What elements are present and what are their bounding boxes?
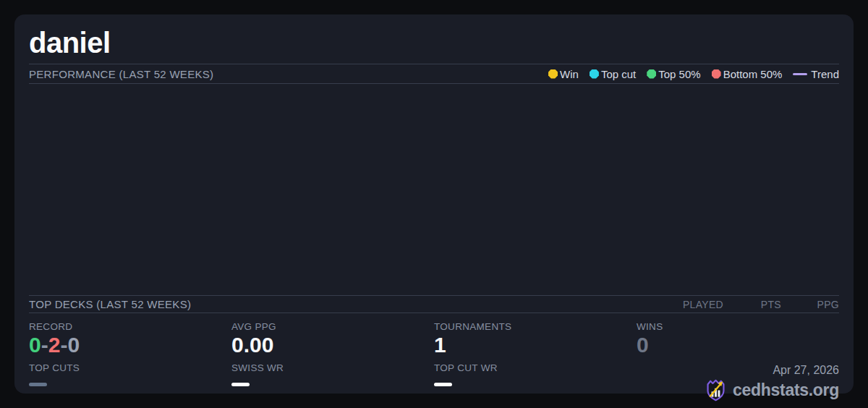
performance-section-header: PERFORMANCE (LAST 52 WEEKS) Win Top cut …: [29, 64, 839, 84]
stat-label: AVG PPG: [231, 321, 434, 332]
cedhstats-shield-logo-icon: [705, 378, 727, 402]
legend-label: Win: [560, 68, 579, 80]
record-draws: 0: [67, 333, 80, 357]
legend-item-top-cut[interactable]: Top cut: [590, 68, 636, 80]
legend-label: Trend: [811, 68, 839, 80]
record-losses: 2: [48, 333, 61, 357]
trend-line-icon: [793, 73, 807, 75]
brand-link[interactable]: cedhstats.org: [637, 378, 839, 402]
swiss-wr-empty-dash: [231, 383, 250, 386]
top-cut-wr-empty-dash: [434, 383, 452, 386]
record-value: 0-2-0: [29, 333, 231, 357]
stat-tournaments: TOURNAMENTS 1: [434, 321, 637, 357]
legend-label: Top cut: [601, 68, 636, 80]
record-separator: -: [60, 333, 67, 357]
win-marker-icon: [548, 69, 558, 79]
bottom-50-marker-icon: [712, 69, 721, 79]
legend-item-trend[interactable]: Trend: [793, 68, 839, 80]
stat-column-ppg: AVG PPG 0.00 SWISS WR: [231, 321, 434, 402]
footer: Apr 27, 2026 cedhstats.org: [637, 364, 839, 402]
stat-label: TOURNAMENTS: [434, 321, 637, 332]
legend-label: Top 50%: [658, 68, 700, 80]
column-header-played: PLAYED: [665, 299, 723, 310]
stat-column-tournaments: TOURNAMENTS 1 TOP CUT WR: [434, 321, 637, 402]
tournaments-value: 1: [434, 333, 637, 357]
date-label: Apr 27, 2026: [637, 364, 839, 377]
performance-chart: [29, 84, 839, 295]
avg-ppg-value: 0.00: [231, 333, 434, 357]
stat-label: SWISS WR: [231, 362, 434, 373]
player-stats-card: daniel PERFORMANCE (LAST 52 WEEKS) Win T…: [14, 14, 854, 394]
page-background: daniel PERFORMANCE (LAST 52 WEEKS) Win T…: [0, 0, 868, 408]
brand-name: cedhstats.org: [733, 381, 839, 400]
record-separator: -: [41, 333, 48, 357]
wins-value: 0: [637, 333, 839, 357]
legend-item-bottom-50[interactable]: Bottom 50%: [712, 68, 783, 80]
stat-column-record: RECORD 0-2-0 TOP CUTS: [29, 321, 231, 402]
stat-wins: WINS 0: [637, 321, 839, 357]
stat-label: WINS: [637, 321, 839, 332]
stat-swiss-wr: SWISS WR: [231, 362, 434, 386]
top-decks-title: TOP DECKS (LAST 52 WEEKS): [29, 298, 191, 310]
column-header-pts: PTS: [723, 299, 781, 310]
top-50-marker-icon: [647, 69, 656, 79]
top-cuts-empty-dash: [29, 383, 47, 386]
stat-record: RECORD 0-2-0: [29, 321, 231, 357]
summary-stats-grid: RECORD 0-2-0 TOP CUTS AVG PPG 0.00 SWISS…: [29, 313, 839, 402]
column-header-ppg: PPG: [781, 299, 839, 310]
stat-label: TOP CUTS: [29, 362, 231, 373]
chart-legend: Win Top cut Top 50% Bottom 50% Trend: [548, 68, 839, 80]
stat-top-cut-wr: TOP CUT WR: [434, 362, 637, 386]
stat-label: TOP CUT WR: [434, 362, 637, 373]
player-name: daniel: [29, 14, 839, 64]
top-cut-marker-icon: [590, 69, 599, 79]
top-decks-column-headers: PLAYED PTS PPG: [665, 299, 839, 310]
legend-item-win[interactable]: Win: [548, 68, 579, 80]
stat-top-cuts: TOP CUTS: [29, 362, 231, 386]
legend-label: Bottom 50%: [723, 68, 783, 80]
legend-item-top-50[interactable]: Top 50%: [647, 68, 700, 80]
performance-title: PERFORMANCE (LAST 52 WEEKS): [29, 68, 213, 80]
stat-label: RECORD: [29, 321, 231, 332]
top-decks-section-header: TOP DECKS (LAST 52 WEEKS) PLAYED PTS PPG: [29, 295, 839, 313]
stat-column-wins: WINS 0 Apr 27, 2026 ced: [637, 321, 839, 402]
record-wins: 0: [29, 333, 41, 357]
stat-avg-ppg: AVG PPG 0.00: [231, 321, 434, 357]
